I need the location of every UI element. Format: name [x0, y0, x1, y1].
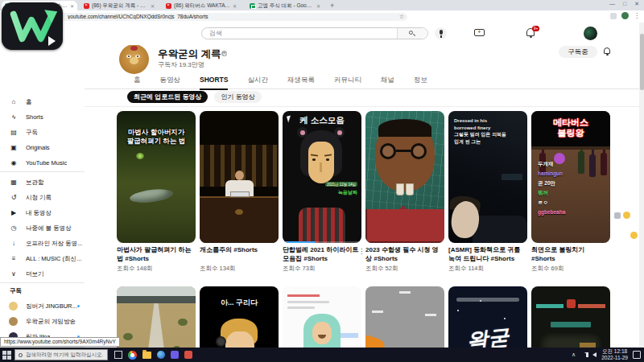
close-icon[interactable]: ✕	[70, 3, 74, 9]
page-scrollbar[interactable]	[639, 23, 644, 348]
taskbar-clock[interactable]: 오전 12:18 2022-11-29	[601, 348, 628, 361]
video-thumbnail[interactable]: 마법사 할아버지가팔굽혀펴기 하는 법	[117, 111, 196, 243]
browser-tab-3[interactable]: (86) 왁타버스 WAKTAVERSE - Y ✕	[163, 1, 243, 10]
your-videos-icon: ▶	[10, 209, 18, 216]
volume-icon[interactable]	[592, 352, 597, 357]
app-icon[interactable]	[184, 351, 192, 359]
account-avatar[interactable]	[584, 27, 597, 40]
date-text: 2022-11-29	[601, 355, 628, 361]
tab-channels[interactable]: 채널	[381, 76, 394, 90]
thumb-overlay-text: 마법사 할아버지가	[128, 128, 184, 136]
video-card-5[interactable]: Dressed in his borrowed finery 그렇듯 빌려 입은…	[448, 111, 527, 273]
creature-art	[129, 187, 173, 204]
tab-about[interactable]: 정보	[414, 76, 427, 90]
youtube-masthead: 검색 9+	[0, 23, 644, 45]
maximize-icon[interactable]: □	[623, 1, 626, 7]
sidebar-item-your-videos[interactable]: ▶내 동영상	[0, 206, 85, 220]
video-title[interactable]: 단합벌레 2021 하이라이트 모음집 #Shorts	[283, 246, 361, 263]
channel-bell-icon[interactable]	[604, 47, 610, 54]
sidebar-channel-jingburger[interactable]: 징버거 JINGBUR...	[0, 299, 85, 313]
subscriptions-header: 구독	[10, 287, 22, 295]
video-thumbnail[interactable]	[365, 111, 444, 243]
subscriber-count: 구독자 19.3만명	[158, 60, 204, 69]
video-title[interactable]: 마법사가 팔굽혀펴기 하는 법 #Shorts	[117, 246, 196, 263]
app-icon[interactable]	[157, 351, 165, 359]
search-input[interactable]: 검색	[201, 27, 428, 39]
sidebar-item-playlist[interactable]: ≡ALL : MUSIC (최신...	[0, 252, 85, 265]
home-icon: ⌂	[10, 98, 18, 105]
tab-title: (86) 우왁굳의 계륵 - YouTube	[92, 2, 148, 10]
start-button[interactable]	[0, 348, 13, 362]
browser-tab-2[interactable]: (86) 우왁굳의 계륵 - YouTube ✕	[80, 1, 159, 10]
new-tab-button[interactable]: +	[330, 2, 334, 10]
tab-live[interactable]: 실시간	[247, 76, 268, 90]
video-thumbnail[interactable]: 케 소스모음 2021년 12월 14일 녹음날짜	[283, 111, 361, 243]
extension-icon[interactable]	[610, 13, 617, 19]
minimize-icon[interactable]: —	[609, 1, 615, 7]
chrome-icon[interactable]	[128, 351, 137, 360]
sidebar-item-show-more[interactable]: ∨더보기	[0, 267, 85, 281]
sidebar-item-home[interactable]: ⌂홈	[0, 95, 85, 109]
chip-recent-uploads[interactable]: 최근에 업로드된 동영상	[127, 91, 208, 103]
tab-playlists[interactable]: 재생목록	[287, 76, 315, 90]
video-title[interactable]: 개소름주의 #Shorts	[200, 246, 279, 263]
video-title[interactable]: [ASMR] 동화책으로 귀를 녹여 드립니다 #Shorts	[448, 246, 527, 263]
sidebar-item-originals[interactable]: ▣Originals	[0, 141, 85, 154]
video-thumbnail[interactable]	[200, 111, 279, 243]
sidebar-channel-wakgood-game[interactable]: 우왁굳의 게임방송	[0, 315, 85, 328]
file-explorer-icon[interactable]	[142, 352, 151, 359]
notification-badge: 9+	[532, 26, 539, 31]
video-title[interactable]: 최면으로 볼링치기 #Shorts	[531, 246, 610, 263]
video-thumbnail[interactable]: 메타버스볼링왕 두개재 hamingun 곧 20만 똒꺼 ㄹㅇ ggbebea…	[531, 111, 610, 243]
close-icon[interactable]: ✕	[233, 3, 237, 9]
sidebar-item-subscriptions[interactable]: ▤구독	[0, 125, 85, 139]
video-card-2[interactable]: 개소름주의 #Shorts 조회수 134회	[200, 111, 279, 273]
video-card-4[interactable]: 2023 수험생 필수 시청 영상 #Shorts 조회수 52회	[365, 111, 444, 273]
sidebar-item-offline[interactable]: ↓오프라인 저장 동영...	[0, 237, 85, 250]
sidebar-item-watch-later[interactable]: ◷나중에 볼 동영상	[0, 221, 85, 235]
video-thumbnail[interactable]: Dressed in his borrowed finery 그렇듯 빌려 입은…	[448, 111, 527, 243]
browser-menu-icon[interactable]: ⋮	[634, 12, 640, 19]
wakgood-logo	[2, 2, 63, 50]
scrollbar-thumb[interactable]	[640, 34, 644, 90]
system-tray: ∧ 오전 12:18 2022-11-29	[572, 348, 641, 361]
url-omnibox[interactable]: youtube.com/channel/UChCqDNXQddSr0ncjs_7…	[21, 13, 407, 21]
browser-profile-avatar[interactable]	[621, 12, 629, 19]
close-icon[interactable]: ✕	[316, 3, 320, 9]
chip-popular[interactable]: 인기 동영상	[214, 91, 261, 103]
tab-videos[interactable]: 동영상	[160, 76, 181, 90]
play-icon	[48, 36, 56, 46]
app-icon[interactable]	[171, 351, 179, 359]
sidebar-item-history[interactable]: ↺시청 기록	[0, 191, 85, 204]
status-url: https://www.youtube.com/shorts/9AX0m4RyN…	[0, 337, 120, 347]
youtube-icon	[84, 3, 89, 9]
avatar	[9, 317, 18, 326]
sidebar-item-library[interactable]: ▦보관함	[0, 175, 85, 189]
channel-avatar[interactable]	[119, 44, 149, 74]
search-button[interactable]	[397, 28, 427, 39]
bookmark-star-icon[interactable]: ☆	[399, 14, 404, 20]
sidebar-item-youtube-music[interactable]: ◉YouTube Music	[0, 156, 85, 170]
video-title[interactable]: 2023 수험생 필수 시청 영상 #Shorts	[365, 246, 444, 263]
video-menu-icon[interactable]: ⋮	[358, 248, 365, 255]
create-video-icon[interactable]	[474, 29, 485, 36]
video-card-1[interactable]: 마법사 할아버지가팔굽혀펴기 하는 법 마법사가 팔굽혀펴기 하는 법 #Sho…	[117, 111, 196, 273]
taskbar-search-input[interactable]: 검색하려면 여기에 입력하십시오.	[14, 349, 108, 360]
chat-line: ㄹㅇ	[538, 198, 565, 208]
sidebar-item-shorts[interactable]: ϟShorts	[0, 110, 85, 124]
video-card-6[interactable]: 메타버스볼링왕 두개재 hamingun 곧 20만 똒꺼 ㄹㅇ ggbebea…	[531, 111, 610, 273]
voice-search-icon[interactable]	[435, 27, 447, 39]
subscribed-button[interactable]: 구독중	[559, 46, 597, 58]
tab-shorts[interactable]: SHORTS	[200, 76, 228, 90]
action-center-icon[interactable]	[633, 351, 641, 359]
tab-home[interactable]: 홈	[134, 76, 141, 90]
tab-title: 고멤 주식 대회 - Google Sheets	[258, 2, 314, 10]
video-card-3[interactable]: 케 소스모음 2021년 12월 14일 녹음날짜 단합벌레 2021 하이라이…	[283, 111, 361, 273]
chat-line: 똒꺼	[538, 188, 565, 198]
close-icon[interactable]: ✕	[151, 3, 155, 9]
tab-community[interactable]: 커뮤니티	[334, 76, 361, 90]
task-view-icon[interactable]	[114, 351, 122, 359]
window-close-icon[interactable]: ✕	[634, 1, 639, 7]
browser-tab-4[interactable]: 고멤 주식 대회 - Google Sheets ✕	[246, 1, 327, 10]
tray-chevron-icon[interactable]: ∧	[572, 352, 576, 358]
